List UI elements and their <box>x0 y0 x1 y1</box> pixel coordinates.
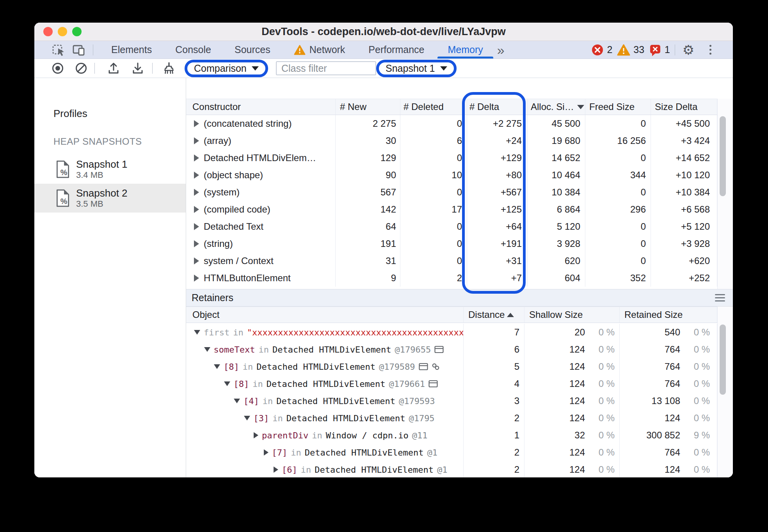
tab-elements[interactable]: Elements <box>100 41 164 59</box>
base-snapshot-dropdown[interactable]: Snapshot 1 <box>386 63 447 74</box>
constructor-row[interactable]: (compiled code)14217+1256 864296+6 568 <box>186 201 717 218</box>
retainers-column-header-distance[interactable]: Distance <box>464 307 524 323</box>
constructor-row[interactable]: (string)1910+1913 9280+3 928 <box>186 235 717 252</box>
retainers-column-header-object[interactable]: Object <box>186 307 464 323</box>
clear-profiles-icon[interactable] <box>74 61 89 76</box>
delta-value: +129 <box>501 153 522 163</box>
retained-size-value: 13 108 <box>620 395 680 406</box>
constructor-row[interactable]: Detached Text640+645 1200+5 120 <box>186 218 717 235</box>
tab-performance[interactable]: Performance <box>357 41 436 59</box>
expand-arrow-icon[interactable] <box>194 137 199 144</box>
deleted-value: 10 <box>452 170 462 181</box>
expand-arrow-icon[interactable] <box>194 223 199 230</box>
inspect-element-icon[interactable] <box>50 42 67 58</box>
collapse-arrow-icon[interactable] <box>244 416 250 420</box>
expand-arrow-icon[interactable] <box>274 466 278 473</box>
column-header-sizedelta[interactable]: Size Delta <box>651 99 717 115</box>
collapse-arrow-icon[interactable] <box>214 364 220 369</box>
perspective-dropdown[interactable]: Comparison <box>194 63 259 74</box>
retained-size-value: 764 <box>620 361 680 372</box>
collapse-arrow-icon[interactable] <box>234 399 240 403</box>
clear-all-broom-icon[interactable] <box>162 61 176 76</box>
column-header-delta[interactable]: # Delta <box>467 99 528 115</box>
retainer-row[interactable]: [8]inDetached HTMLDivElement@17966141240… <box>186 375 717 392</box>
retained-size-cell: 13 1080 % <box>620 392 717 410</box>
column-header-allocsi[interactable]: Alloc. Si… <box>528 99 585 115</box>
error-count: 2 <box>607 44 612 55</box>
retainer-row[interactable]: firstin"xxxxxxxxxxxxxxxxxxxxxxxxxxxxxxxx… <box>186 324 717 341</box>
expand-arrow-icon[interactable] <box>194 275 199 282</box>
minimize-window-button[interactable] <box>58 27 67 36</box>
collapse-arrow-icon[interactable] <box>224 381 230 386</box>
alloc-value: 6 864 <box>557 204 580 215</box>
constructor-row[interactable]: HTMLButtonElement92+7604352+252 <box>186 270 717 287</box>
issues-badge[interactable]: 1 <box>649 43 670 57</box>
column-header-label: Constructor <box>192 101 241 112</box>
constructor-row[interactable]: Detached HTMLDivElem…1290+12914 6520+14 … <box>186 149 717 167</box>
expand-arrow-icon[interactable] <box>194 154 199 161</box>
sidebar-item-snapshot-1[interactable]: %Snapshot 13.4 MB <box>34 155 186 184</box>
toggle-device-toolbar-icon[interactable] <box>70 42 87 58</box>
heap-comparison-area: Constructor# New# Deleted# DeltaAlloc. S… <box>186 78 733 477</box>
expand-arrow-icon[interactable] <box>194 189 199 196</box>
retained-size-cell: 1240 % <box>620 461 717 477</box>
column-header-constructor[interactable]: Constructor <box>186 99 336 115</box>
error-icon <box>591 44 604 56</box>
expand-arrow-icon[interactable] <box>194 120 199 127</box>
alloc-cell: 3 928 <box>528 235 585 252</box>
retainer-row[interactable]: parentDivinWindow / cdpn.io@111320 %300 … <box>186 427 717 444</box>
class-filter-input[interactable] <box>276 61 376 75</box>
close-window-button[interactable] <box>43 27 53 36</box>
tab-network[interactable]: Network <box>282 41 357 59</box>
expand-arrow-icon[interactable] <box>194 257 199 264</box>
retainer-row[interactable]: [7]inDetached HTMLDivElement@121240 %764… <box>186 444 717 461</box>
deleted-cell: 0 <box>400 184 467 201</box>
retainers-column-header-retainedsize[interactable]: Retained Size <box>620 307 717 323</box>
column-header-deleted[interactable]: # Deleted <box>400 99 467 115</box>
constructor-row[interactable]: (array)306+2419 68016 256+3 424 <box>186 132 717 149</box>
new-cell: 129 <box>336 149 400 167</box>
column-header-new[interactable]: # New <box>336 99 400 115</box>
freed-value: 0 <box>641 255 646 266</box>
retainers-column-header-shallowsize[interactable]: Shallow Size <box>524 307 620 323</box>
table-scrollbar-thumb[interactable] <box>720 116 726 196</box>
collapse-arrow-icon[interactable] <box>204 347 210 352</box>
retainer-row[interactable]: [6]inDetached HTMLDivElement@121240 %124… <box>186 461 717 477</box>
delta-cell: +24 <box>467 132 528 149</box>
more-options-kebab-icon[interactable] <box>702 42 719 58</box>
constructor-cell: (object shape) <box>186 167 336 184</box>
retainer-row[interactable]: [8]inDetached HTMLDivElement@17958951240… <box>186 358 717 375</box>
load-profile-upload-icon[interactable] <box>106 61 121 76</box>
retainers-menu-icon[interactable] <box>715 294 725 301</box>
expand-arrow-icon[interactable] <box>194 240 199 247</box>
tab-sources[interactable]: Sources <box>223 41 282 59</box>
retainers-scrollbar-thumb[interactable] <box>720 325 726 395</box>
column-header-freedsize[interactable]: Freed Size <box>585 99 651 115</box>
retained-size-value: 540 <box>620 327 680 338</box>
console-errors-badge[interactable]: 2 <box>591 44 612 56</box>
constructor-row[interactable]: (system)5670+56710 3840+10 384 <box>186 184 717 201</box>
base-snapshot-dropdown-highlight: Snapshot 1 <box>376 60 457 77</box>
settings-gear-icon[interactable]: ⚙ <box>680 42 697 58</box>
sidebar-item-snapshot-2[interactable]: %Snapshot 23.5 MB <box>34 184 186 213</box>
expand-arrow-icon[interactable] <box>264 449 268 456</box>
constructor-row[interactable]: (object shape)9010+8010 464344+10 120 <box>186 167 717 184</box>
expand-arrow-icon[interactable] <box>194 206 199 213</box>
retainer-row[interactable]: [3]inDetached HTMLDivElement@179521240 %… <box>186 410 717 427</box>
constructor-row[interactable]: system / Context310+316200+620 <box>186 252 717 270</box>
retained-size-cell: 7640 % <box>620 358 717 375</box>
collapse-arrow-icon[interactable] <box>194 330 200 335</box>
new-value: 31 <box>386 255 396 266</box>
take-snapshot-record-icon[interactable] <box>50 61 65 76</box>
expand-arrow-icon[interactable] <box>254 432 258 438</box>
maximize-window-button[interactable] <box>72 27 82 36</box>
retainer-row[interactable]: someTextinDetached HTMLDivElement@179655… <box>186 341 717 358</box>
save-profile-download-icon[interactable] <box>130 61 145 76</box>
expand-arrow-icon[interactable] <box>194 172 199 179</box>
constructor-row[interactable]: (concatenated string)2 2750+2 27545 5000… <box>186 115 717 132</box>
console-warnings-badge[interactable]: 33 <box>617 44 644 56</box>
tab-console[interactable]: Console <box>164 41 223 59</box>
tab-memory[interactable]: Memory <box>436 41 494 59</box>
retainer-row[interactable]: [4]inDetached HTMLDivElement@17959331240… <box>186 392 717 410</box>
more-panels-icon[interactable]: » <box>495 43 507 57</box>
